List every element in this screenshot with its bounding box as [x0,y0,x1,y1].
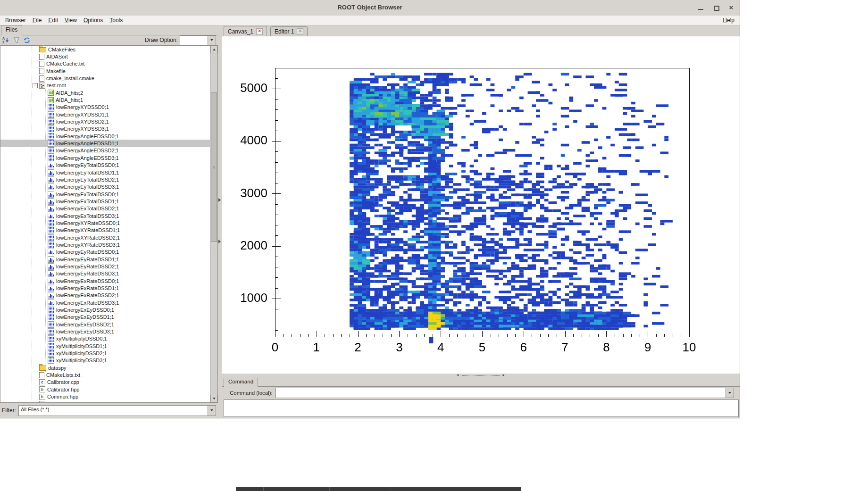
tree-item-calibrator-cpp[interactable]: cCalibrator.cpp [0,379,210,386]
filter-icon[interactable] [13,37,20,44]
tree-item-dataspy[interactable]: dataspy [0,364,210,371]
tree-item-calibrator-hpp[interactable]: hCalibrator.hpp [0,386,210,393]
tree-item-lowenergyxyratedssd3-1[interactable]: lowEnergyXYRateDSSD3;1 [0,241,210,248]
maximize-icon[interactable] [712,4,720,11]
tree-item-lowenergyxyratedssd1-1[interactable]: lowEnergyXYRateDSSD1;1 [0,227,210,234]
menu-view[interactable]: View [61,16,80,25]
tree-item-lowenergyxydssd1-1[interactable]: lowEnergyXYDSSD1;1 [0,111,210,118]
minimize-icon[interactable] [697,4,705,11]
tree-item-lowenergyextotaldssd3-1[interactable]: lowEnergyExTotalDSSD3;1 [0,212,210,219]
scrollbar-thumb[interactable] [211,92,217,242]
taskbar-item[interactable] [236,487,264,491]
menu-file[interactable]: File [29,16,45,25]
tree-item-lowenergyxydssd3-1[interactable]: lowEnergyXYDSSD3;1 [0,125,210,133]
tree-scrollbar[interactable] [210,46,217,402]
refresh-icon[interactable] [23,37,31,44]
close-icon[interactable]: × [727,4,735,11]
taskbar-item[interactable] [330,487,391,491]
tree-item-lowenergyxydssd2-1[interactable]: lowEnergyXYDSSD2;1 [0,118,210,125]
splitter-handle[interactable] [462,375,500,376]
command-combobox[interactable] [275,388,734,398]
menu-browser[interactable]: Browser [2,16,29,25]
tree-item-lowenergyeyratedssd2-1[interactable]: lowEnergyEyRateDSSD2;1 [0,263,210,270]
title-bar[interactable]: ROOT Object Browser × [0,0,740,16]
tree-item-makefile[interactable]: Makefile [0,67,210,75]
tree-viewport: CMakeFilesAIDASortCMakeCache.txtMakefile… [0,45,218,403]
taskbar-item[interactable] [391,487,521,491]
panel-splitter[interactable] [218,25,222,418]
tree-item-test-root[interactable]: −test.root [0,82,210,89]
dropdown-arrow-icon[interactable] [208,406,216,416]
tab-command[interactable]: Command [224,378,258,387]
dropdown-arrow-icon[interactable] [726,388,734,398]
tree-item-aida-hits-1[interactable]: AIDA_hits;1 [0,96,210,103]
tab-files[interactable]: Files [1,25,22,35]
command-bar: Command (local): [222,386,740,399]
tree-item-common-hpp[interactable]: hCommon.hpp [0,393,210,400]
tree-item-lowenergyextotaldssd1-1[interactable]: lowEnergyExTotalDSSD1;1 [0,198,210,205]
tree-item-lowenergyexratedssd3-1[interactable]: lowEnergyExRateDSSD3;1 [0,299,210,306]
command-output[interactable] [224,399,739,417]
dropdown-arrow-icon[interactable] [208,36,216,45]
menu-edit[interactable]: Edit [45,16,61,25]
tree-item-lowenergyeytotaldssd2-1[interactable]: lowEnergyEyTotalDSSD2;1 [0,176,210,183]
tree-item-xymultiplicitydssd2-1[interactable]: xyMultiplicityDSSD2;1 [0,350,210,357]
tree-item-lowenergyexratedssd2-1[interactable]: lowEnergyExRateDSSD2;1 [0,292,210,299]
taskbar-item[interactable] [264,487,330,491]
tree-item-lowenergyexeydssd2-1[interactable]: lowEnergyExEyDSSD2;1 [0,321,210,328]
scroll-up-icon[interactable] [210,46,217,53]
tree-item-lowenergyxyratedssd0-1[interactable]: lowEnergyXYRateDSSD0;1 [0,219,210,226]
tree-item-xymultiplicitydssd3-1[interactable]: xyMultiplicityDSSD3;1 [0,357,210,364]
tree-item-lowenergyexeydssd3-1[interactable]: lowEnergyExEyDSSD3;1 [0,328,210,335]
tree-item-aida-hits-2[interactable]: AIDA_hits;2 [0,89,210,96]
tree-item-lowenergyangleedssd0-1[interactable]: lowEnergyAngleEDSSD0;1 [0,133,210,140]
tree-item-label: lowEnergyEyTotalDSSD3;1 [56,184,119,190]
tree-item-lowenergyexratedssd1-1[interactable]: lowEnergyExRateDSSD1;1 [0,284,210,291]
tree-item-lowenergyeyratedssd3-1[interactable]: lowEnergyEyRateDSSD3;1 [0,270,210,277]
sort-alpha-icon[interactable]: A Z [2,36,10,44]
filter-combobox[interactable]: All Files (*.*) [18,405,216,416]
tree-item-lowenergyexeydssd0-1[interactable]: lowEnergyExEyDSSD0;1 [0,306,210,313]
tree-item-lowenergyeyratedssd1-1[interactable]: lowEnergyEyRateDSSD1;1 [0,256,210,263]
command-input[interactable] [276,388,726,398]
splitter-arrow-icon[interactable] [218,240,221,243]
tree-item-cmakelists-txt[interactable]: CMakeLists.txt [0,371,210,378]
tree-item-cmakefiles[interactable]: CMakeFiles [0,46,210,53]
tree-item-lowenergyeytotaldssd1-1[interactable]: lowEnergyEyTotalDSSD1;1 [0,169,210,176]
tree-item-lowenergyangleedssd1-1[interactable]: lowEnergyAngleEDSSD1;1 [0,140,210,147]
tree-item-lowenergyeytotaldssd0-1[interactable]: lowEnergyEyTotalDSSD0;1 [0,162,210,169]
collapse-arrow-icon[interactable] [457,374,459,376]
tree-item-lowenergyeyratedssd0-1[interactable]: lowEnergyEyRateDSSD0;1 [0,249,210,256]
tree-item-aidasort[interactable]: AIDASort [0,53,210,60]
collapse-arrow-icon[interactable] [502,374,504,376]
tree-item-lowenergyextotaldssd2-1[interactable]: lowEnergyExTotalDSSD2;1 [0,205,210,212]
close-icon[interactable]: × [256,28,263,35]
menu-tools[interactable]: Tools [106,16,126,25]
tree-item-xymultiplicitydssd1-1[interactable]: xyMultiplicityDSSD1;1 [0,342,210,350]
close-icon[interactable]: × [297,28,303,35]
tree-item-lowenergyexeydssd1-1[interactable]: lowEnergyExEyDSSD1;1 [0,314,210,321]
draw-option-combobox[interactable] [180,35,216,45]
tree-item-xymultiplicitydssd0-1[interactable]: xyMultiplicityDSSD0;1 [0,335,210,342]
tree-item-cmakecache-txt[interactable]: CMakeCache.txt [0,60,210,67]
tree-item-lowenergyxydssd0-1[interactable]: lowEnergyXYDSSD0;1 [0,104,210,111]
tree-item-lowenergyangleedssd2-1[interactable]: lowEnergyAngleEDSSD2;1 [0,147,210,154]
splitter-arrow-icon[interactable] [218,198,221,202]
h1-icon [48,213,54,219]
tree-item-label: Calibrator.cpp [47,379,79,385]
tree-item-lowenergyeytotaldssd3-1[interactable]: lowEnergyEyTotalDSSD3;1 [0,183,210,191]
menu-help[interactable]: Help [719,16,738,25]
tree-item-cmake-install-cmake[interactable]: cmake_install.cmake [0,75,210,82]
tab-canvas-1[interactable]: Canvas_1× [224,26,267,36]
canvas-command-splitter[interactable] [222,373,740,378]
tree-item-lowenergyextotaldssd0-1[interactable]: lowEnergyExTotalDSSD0;1 [0,191,210,198]
canvas-area[interactable] [222,36,740,374]
tab-editor-1[interactable]: Editor 1× [270,26,308,36]
menu-options[interactable]: Options [80,16,106,25]
tree-item-lowenergyangleedssd3-1[interactable]: lowEnergyAngleEDSSD3;1 [0,154,210,161]
tree-expander-icon[interactable]: − [33,83,38,88]
plot-canvas[interactable] [222,36,740,374]
scroll-down-icon[interactable] [210,395,217,402]
tree-item-lowenergyexratedssd0-1[interactable]: lowEnergyExRateDSSD0;1 [0,277,210,284]
tree-item-lowenergyxyratedssd2-1[interactable]: lowEnergyXYRateDSSD2;1 [0,234,210,241]
